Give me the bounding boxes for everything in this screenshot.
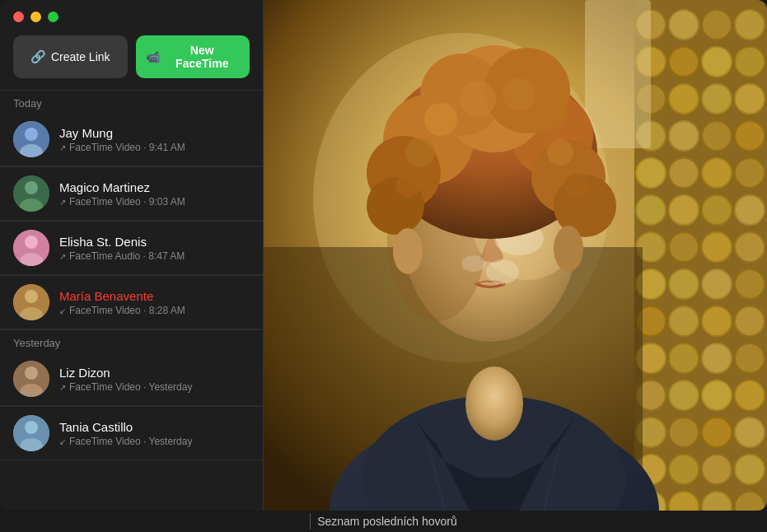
contact-name: Magico Martinez xyxy=(59,180,250,196)
link-icon: 🔗 xyxy=(30,49,46,64)
create-link-button[interactable]: 🔗 Create Link xyxy=(13,35,128,78)
svg-point-45 xyxy=(669,232,699,262)
tooltip-text: Seznam posledních hovorů xyxy=(317,515,457,528)
svg-point-54 xyxy=(702,306,732,336)
svg-point-65 xyxy=(669,418,699,447)
call-detail-text: FaceTime Video · Yesterday xyxy=(69,436,192,447)
call-info: María Benavente ↙ FaceTime Video · 8:28 … xyxy=(59,288,250,317)
svg-point-61 xyxy=(669,380,699,410)
list-item[interactable]: Elisha St. Denis ↗ FaceTime Audio · 8:47… xyxy=(0,222,263,275)
svg-point-109 xyxy=(564,173,589,198)
svg-point-110 xyxy=(393,228,423,274)
tooltip-area: Seznam posledních hovorů xyxy=(310,511,457,532)
avatar xyxy=(13,175,49,212)
list-item[interactable]: Liz Dizon ↗ FaceTime Video · Yesterday xyxy=(0,352,263,406)
svg-point-51 xyxy=(735,269,765,299)
svg-point-39 xyxy=(735,158,765,188)
maximize-button[interactable] xyxy=(48,12,58,22)
close-button[interactable] xyxy=(13,12,24,22)
direction-arrow: ↗ xyxy=(59,252,66,261)
call-detail: ↗ FaceTime Audio · 8:47 AM xyxy=(59,250,250,262)
svg-point-63 xyxy=(735,380,765,410)
call-list: Today Jay Mung ↗ Fac xyxy=(0,91,263,511)
svg-point-46 xyxy=(702,232,732,262)
contact-name: Liz Dizon xyxy=(59,365,250,381)
section-today: Today xyxy=(0,91,263,113)
direction-arrow: ↗ xyxy=(59,198,66,207)
tooltip-line: Seznam posledních hovorů xyxy=(310,513,457,530)
direction-arrow: ↗ xyxy=(59,143,66,152)
create-link-label: Create Link xyxy=(51,50,110,63)
svg-point-106 xyxy=(537,100,567,130)
svg-point-26 xyxy=(702,47,732,77)
section-yesterday: Yesterday xyxy=(0,330,263,352)
svg-point-10 xyxy=(25,290,38,303)
svg-point-42 xyxy=(702,195,732,225)
direction-arrow: ↗ xyxy=(59,383,66,392)
call-detail-text: FaceTime Video · Yesterday xyxy=(69,381,192,393)
call-detail: ↙ FaceTime Video · Yesterday xyxy=(59,436,250,447)
call-detail-text: FaceTime Audio · 8:47 AM xyxy=(69,250,185,262)
list-item[interactable]: María Benavente ↙ FaceTime Video · 8:28 … xyxy=(0,276,263,329)
direction-arrow: ↙ xyxy=(59,306,66,315)
list-item[interactable]: Tania Castillo ↙ FaceTime Video · Yester… xyxy=(0,407,263,460)
list-item[interactable]: Jay Mung ↗ FaceTime Video · 9:41 AM xyxy=(0,113,263,166)
svg-point-29 xyxy=(669,84,699,114)
svg-point-49 xyxy=(669,269,699,299)
svg-point-34 xyxy=(702,121,732,151)
video-camera-icon: 📹 xyxy=(146,50,160,63)
svg-point-81 xyxy=(465,366,523,441)
svg-point-105 xyxy=(503,78,535,111)
call-info: Jay Mung ↗ FaceTime Video · 9:41 AM xyxy=(59,125,250,154)
svg-point-4 xyxy=(25,181,38,194)
avatar xyxy=(13,284,49,320)
call-detail: ↙ FaceTime Video · 8:28 AM xyxy=(59,305,250,316)
action-buttons: 🔗 Create Link 📹 New FaceTime xyxy=(0,30,263,90)
contact-name: Jay Mung xyxy=(59,125,250,142)
avatar xyxy=(13,415,49,451)
svg-point-37 xyxy=(669,158,699,188)
minimize-button[interactable] xyxy=(30,12,41,22)
call-info: Liz Dizon ↗ FaceTime Video · Yesterday xyxy=(59,365,250,394)
contact-name: María Benavente xyxy=(59,288,250,305)
photo-area xyxy=(264,0,767,511)
call-info: Tania Castillo ↙ FaceTime Video · Yester… xyxy=(59,419,250,448)
avatar xyxy=(13,121,49,157)
svg-point-55 xyxy=(735,306,765,336)
svg-point-35 xyxy=(735,121,765,151)
traffic-lights xyxy=(0,0,263,30)
svg-point-16 xyxy=(25,421,38,434)
svg-point-71 xyxy=(735,455,765,484)
svg-point-58 xyxy=(702,343,732,373)
call-detail-text: FaceTime Video · 9:03 AM xyxy=(69,196,185,208)
call-detail: ↗ FaceTime Video · 9:03 AM xyxy=(59,196,250,208)
call-detail-text: FaceTime Video · 9:41 AM xyxy=(69,142,185,153)
svg-point-111 xyxy=(554,226,583,272)
contact-name: Elisha St. Denis xyxy=(59,234,250,250)
svg-point-36 xyxy=(636,158,666,188)
svg-point-59 xyxy=(735,343,765,373)
svg-point-108 xyxy=(395,173,420,198)
svg-point-40 xyxy=(636,195,666,225)
svg-point-57 xyxy=(669,343,699,373)
avatar xyxy=(13,230,49,266)
list-item[interactable]: Magico Martinez ↗ FaceTime Video · 9:03 … xyxy=(0,167,263,221)
new-facetime-button[interactable]: 📹 New FaceTime xyxy=(136,35,250,78)
svg-point-107 xyxy=(547,139,573,166)
svg-point-33 xyxy=(669,121,699,151)
svg-point-90 xyxy=(486,259,519,284)
svg-point-70 xyxy=(702,455,732,484)
call-info: Magico Martinez ↗ FaceTime Video · 9:03 … xyxy=(59,180,250,208)
svg-point-47 xyxy=(735,232,765,262)
svg-point-7 xyxy=(25,236,38,249)
svg-point-103 xyxy=(405,138,435,167)
contact-name: Tania Castillo xyxy=(59,419,250,436)
svg-point-27 xyxy=(735,47,765,77)
tooltip-divider xyxy=(310,513,311,530)
svg-point-41 xyxy=(669,195,699,225)
svg-point-102 xyxy=(424,103,457,136)
call-detail: ↗ FaceTime Video · Yesterday xyxy=(59,381,250,393)
svg-point-21 xyxy=(669,10,699,40)
svg-point-13 xyxy=(25,366,38,380)
call-detail-text: FaceTime Video · 8:28 AM xyxy=(69,305,185,316)
